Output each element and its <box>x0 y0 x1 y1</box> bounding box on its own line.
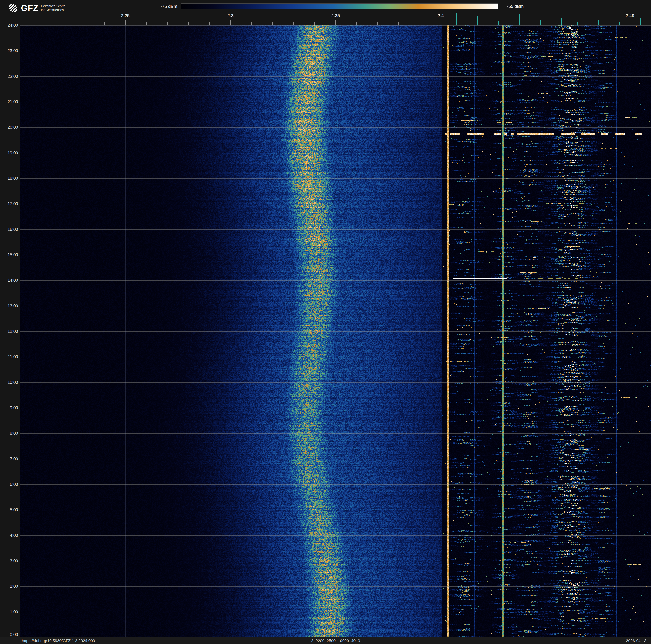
time-tick-label: 20:00 <box>0 125 18 129</box>
spectrogram-canvas <box>20 25 651 637</box>
wifi-activity-tick <box>519 14 520 25</box>
wifi-activity-tick <box>630 14 630 25</box>
time-tick-label: 1:00 <box>0 610 18 614</box>
wifi-activity-tick <box>635 22 636 25</box>
wifi-activity-tick <box>603 16 604 25</box>
wifi-activity-tick <box>514 22 515 25</box>
time-tick-label: 18:00 <box>0 176 18 180</box>
wifi-activity-tick <box>546 15 546 25</box>
time-tick-label: 11:00 <box>0 354 18 359</box>
gfz-logo-subtitle-line1: Helmholtz Centre <box>41 4 65 8</box>
doi-text: https://doi.org/10.5880/GFZ.1.2.2024.003 <box>22 639 95 643</box>
time-tick-label: 23:00 <box>0 48 18 53</box>
wifi-activity-tick <box>472 14 472 25</box>
wifi-activity-tick <box>441 17 441 25</box>
wifi-activity-tick <box>446 16 446 25</box>
frequency-minor-tick <box>335 20 336 25</box>
time-tick-label: 22:00 <box>0 74 18 79</box>
time-tick-label: 17:00 <box>0 201 18 206</box>
frequency-minor-tick <box>398 22 399 25</box>
time-tick-label: 10:00 <box>0 380 18 385</box>
wifi-activity-tick <box>646 20 646 25</box>
time-tick-label: 2:00 <box>0 584 18 588</box>
time-tick-label: 24:00 <box>0 23 18 28</box>
wifi-activity-tick <box>509 21 509 25</box>
gfz-logo: GFZ Helmholtz Centre for Geosciences <box>7 2 65 13</box>
wifi-activity-tick <box>540 20 541 25</box>
wifi-activity-tick <box>483 17 483 25</box>
gfz-logo-text: GFZ <box>21 3 38 13</box>
frequency-minor-tick <box>356 22 357 25</box>
frequency-minor-tick <box>420 22 420 25</box>
wifi-activity-tick <box>467 15 467 25</box>
frequency-minor-tick <box>209 22 210 25</box>
time-tick-label: 12:00 <box>0 329 18 333</box>
time-tick-label: 7:00 <box>0 457 18 461</box>
time-tick-label: 16:00 <box>0 227 18 232</box>
frequency-minor-tick <box>377 22 378 25</box>
frequency-minor-tick <box>188 22 189 25</box>
time-tick-label: 21:00 <box>0 99 18 104</box>
frequency-minor-tick <box>41 22 41 25</box>
frequency-minor-tick <box>104 22 104 25</box>
wifi-activity-tick <box>577 22 578 25</box>
time-tick-label: 3:00 <box>0 558 18 563</box>
wifi-activity-tick <box>525 21 525 25</box>
wifi-activity-tick <box>462 14 462 25</box>
wifi-activity-tick <box>493 14 494 25</box>
frequency-minor-tick <box>314 22 315 25</box>
wifi-activity-tick <box>503 15 504 25</box>
frequency-tick-label: 2.35 <box>325 13 346 18</box>
frequency-tick-label: 2.3 <box>220 13 241 18</box>
frequency-tick-label: 2.25 <box>115 13 136 18</box>
wifi-activity-tick <box>551 21 551 25</box>
wifi-activity-tick <box>598 20 599 25</box>
wifi-activity-tick <box>556 18 557 25</box>
colorbar-max-label: -55 dBm <box>507 4 524 9</box>
footer-bar: https://doi.org/10.5880/GFZ.1.2.2024.003… <box>0 637 651 644</box>
wifi-activity-tick <box>530 16 530 25</box>
wifi-activity-tick <box>451 18 452 25</box>
wifi-activity-tick <box>561 18 562 25</box>
wifi-activity-tick <box>614 13 615 25</box>
time-tick-label: 14:00 <box>0 278 18 283</box>
frequency-minor-tick <box>272 22 273 25</box>
time-tick-label: 9:00 <box>0 405 18 410</box>
wifi-activity-tick <box>609 22 609 25</box>
wifi-activity-tick <box>640 18 641 25</box>
gfz-logo-subtitle-line2: for Geosciences <box>41 8 64 11</box>
wifi-activity-tick <box>498 22 499 25</box>
dataset-id-text: 2_2200_2500_10000_40_0 <box>311 639 360 643</box>
time-tick-label: 4:00 <box>0 533 18 538</box>
date-text: 2026-04-13 <box>626 639 646 643</box>
frequency-minor-tick <box>293 22 294 25</box>
time-tick-label: 6:00 <box>0 482 18 487</box>
frequency-minor-tick <box>251 22 252 25</box>
spectrogram-page: GFZ Helmholtz Centre for Geosciences -75… <box>0 0 651 644</box>
wifi-activity-tick <box>535 22 535 25</box>
wifi-activity-tick <box>624 20 625 25</box>
time-tick-label: 13:00 <box>0 303 18 308</box>
time-tick-label: 19:00 <box>0 150 18 155</box>
wifi-activity-tick <box>619 22 620 25</box>
gfz-logo-icon <box>7 2 19 13</box>
wifi-activity-tick <box>566 19 567 25</box>
wifi-activity-tick <box>583 20 583 25</box>
time-tick-label: 0:00 <box>0 632 18 637</box>
gfz-logo-subtitle: Helmholtz Centre for Geosciences <box>41 4 65 12</box>
frequency-minor-tick <box>62 22 62 25</box>
frequency-minor-tick <box>230 20 230 25</box>
frequency-minor-tick <box>146 22 147 25</box>
wifi-activity-tick <box>456 13 457 25</box>
frequency-minor-tick <box>83 22 83 25</box>
colorbar-gradient <box>181 3 498 9</box>
wifi-activity-tick <box>477 16 478 25</box>
time-tick-label: 5:00 <box>0 507 18 512</box>
colorbar-min-label: -75 dBm <box>140 4 177 9</box>
time-tick-label: 15:00 <box>0 253 18 257</box>
wifi-activity-tick <box>593 22 593 25</box>
wifi-activity-tick <box>488 21 488 25</box>
wifi-activity-tick <box>588 17 588 25</box>
frequency-minor-tick <box>167 22 167 25</box>
wifi-activity-tick <box>572 22 572 25</box>
